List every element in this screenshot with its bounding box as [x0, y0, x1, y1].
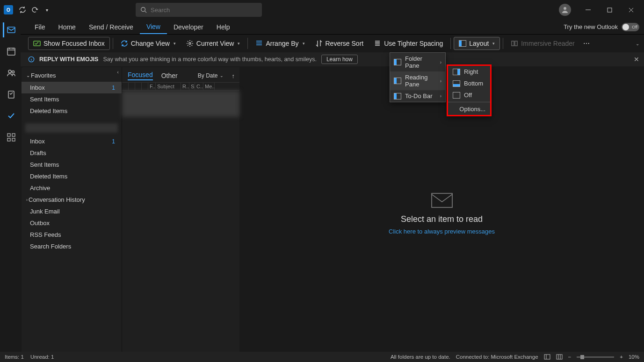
tab-view[interactable]: View	[140, 20, 167, 34]
gear-icon	[186, 40, 194, 47]
search-box[interactable]	[136, 3, 262, 17]
folder-deleted-items[interactable]: Deleted Items	[22, 105, 122, 117]
folder-sent-items[interactable]: Sent Items	[22, 93, 122, 105]
spacing-icon	[374, 40, 381, 47]
layout-icon	[459, 40, 466, 47]
view-normal-icon[interactable]	[544, 354, 550, 360]
infobar-title: REPLY WITH EMOJIS	[39, 56, 98, 63]
ribbon: Show Focused Inbox Change View▾ Current …	[0, 35, 644, 52]
zoom-level[interactable]: 10%	[629, 354, 639, 360]
ribbon-tabs: File Home Send / Receive View Developer …	[0, 20, 644, 35]
info-bar: REPLY WITH EMOJIS Say what you are think…	[0, 52, 644, 66]
reverse-sort-button[interactable]: Reverse Sort	[311, 37, 369, 50]
arrange-icon	[255, 40, 263, 47]
pane-off-icon	[453, 92, 460, 99]
folder-archive[interactable]: Archive	[22, 182, 122, 194]
svg-point-5	[8, 70, 11, 73]
reading-pane-submenu: Right Bottom Off Options...	[447, 64, 492, 116]
zoom-in-icon[interactable]: +	[620, 354, 623, 360]
tab-file[interactable]: File	[28, 21, 52, 34]
ribbon-expand-icon[interactable]: ⌄	[636, 41, 639, 46]
svg-rect-17	[557, 355, 562, 359]
current-view-button[interactable]: Current View▾	[181, 37, 245, 50]
svg-rect-16	[544, 355, 550, 359]
message-row[interactable]	[122, 91, 239, 117]
folder-rss-feeds[interactable]: RSS Feeds	[22, 229, 122, 241]
folder-junk-email[interactable]: Junk Email	[22, 206, 122, 217]
envelope-icon	[431, 193, 453, 208]
infobar-text: Say what you are thinking in a more colo…	[103, 56, 316, 63]
tab-developer[interactable]: Developer	[167, 21, 210, 34]
folder-conversation-history[interactable]: ›Conversation History	[22, 194, 122, 206]
favorites-header[interactable]: ⌄Favorites	[22, 67, 122, 82]
immersive-reader-button: Immersive Reader	[506, 37, 579, 50]
rail-people-icon[interactable]	[3, 65, 18, 80]
qat-customize-icon[interactable]: ▾	[42, 5, 51, 14]
sync-icon[interactable]	[18, 5, 27, 14]
pane-right-icon	[453, 69, 460, 75]
menu-right[interactable]: Right	[448, 66, 490, 78]
menu-off[interactable]: Off	[448, 89, 490, 101]
search-input[interactable]	[151, 7, 257, 14]
ribbon-overflow-button[interactable]: ⋯	[580, 37, 593, 50]
folder-sent-items[interactable]: Sent Items	[22, 159, 122, 170]
arrange-by-button[interactable]: Arrange By▾	[251, 37, 309, 50]
try-new-outlook-label: Try the new Outlook	[564, 23, 618, 30]
tab-help[interactable]: Help	[210, 21, 237, 34]
sort-direction-icon[interactable]: ↑	[232, 72, 235, 79]
always-preview-link[interactable]: Click here to always preview messages	[389, 228, 495, 235]
change-view-icon	[121, 40, 128, 47]
folder-pane-collapse-icon[interactable]: ‹	[117, 69, 119, 75]
status-sync: All folders are up to date.	[391, 354, 450, 360]
tab-focused[interactable]: Focused	[128, 71, 153, 80]
learn-how-button[interactable]: Learn how	[321, 55, 358, 64]
folder-inbox[interactable]: Inbox1	[22, 135, 122, 147]
menu-reading-pane[interactable]: Reading Pane›	[390, 71, 445, 90]
rail-tasks-icon[interactable]	[3, 87, 18, 102]
reverse-sort-icon	[315, 40, 323, 47]
infobar-close-icon[interactable]: ✕	[634, 56, 639, 63]
menu-folder-pane[interactable]: Folder Pane›	[390, 53, 445, 71]
menu-options[interactable]: Options...	[448, 103, 490, 115]
svg-rect-9	[12, 134, 15, 136]
status-bar: Items: 1 Unread: 1 All folders are up to…	[0, 352, 644, 362]
zoom-slider[interactable]	[577, 356, 614, 358]
change-view-button[interactable]: Change View▾	[116, 37, 181, 50]
maximize-button[interactable]	[600, 3, 619, 17]
left-nav-rail	[0, 20, 21, 346]
tighter-spacing-button[interactable]: Use Tighter Spacing	[369, 37, 448, 50]
show-focused-inbox-button[interactable]: Show Focused Inbox	[28, 37, 110, 50]
svg-point-0	[141, 7, 145, 12]
close-button[interactable]	[622, 3, 640, 17]
folder-outbox[interactable]: Outbox	[22, 217, 122, 229]
undo-icon[interactable]	[30, 5, 39, 14]
sort-by-button[interactable]: By Date⌄	[198, 72, 224, 79]
rail-more-apps-icon[interactable]	[3, 130, 18, 145]
minimize-button[interactable]	[579, 3, 597, 17]
folder-inbox[interactable]: Inbox1	[22, 82, 122, 93]
status-unread: Unread: 1	[30, 354, 54, 360]
svg-rect-11	[12, 138, 15, 141]
folder-deleted-items[interactable]: Deleted Items	[22, 170, 122, 182]
message-list: Focused Other By Date⌄ ↑ F.. Subject R..…	[122, 67, 239, 360]
menu-bottom[interactable]: Bottom	[448, 78, 490, 89]
tab-other[interactable]: Other	[161, 72, 178, 79]
account-header[interactable]	[25, 123, 118, 133]
tab-home[interactable]: Home	[52, 21, 82, 34]
zoom-out-icon[interactable]: −	[568, 354, 572, 360]
svg-rect-15	[432, 193, 452, 207]
status-items: Items: 1	[5, 354, 24, 360]
svg-rect-8	[7, 134, 10, 136]
view-reading-icon[interactable]	[556, 354, 563, 360]
column-headers[interactable]: F.. Subject R.. S C.. Me..	[122, 82, 239, 91]
folder-drafts[interactable]: Drafts	[22, 147, 122, 159]
folder-search-folders[interactable]: Search Folders	[22, 241, 122, 252]
account-avatar[interactable]	[559, 4, 571, 16]
tab-send-receive[interactable]: Send / Receive	[82, 21, 140, 34]
try-new-outlook-toggle[interactable]: Off	[622, 23, 639, 31]
layout-menu: Folder Pane› Reading Pane› To-Do Bar›	[390, 52, 446, 102]
svg-point-1	[564, 7, 566, 10]
menu-todo-bar[interactable]: To-Do Bar›	[390, 90, 445, 102]
layout-button[interactable]: Layout▾	[454, 37, 500, 50]
rail-todo-icon[interactable]	[3, 108, 18, 123]
